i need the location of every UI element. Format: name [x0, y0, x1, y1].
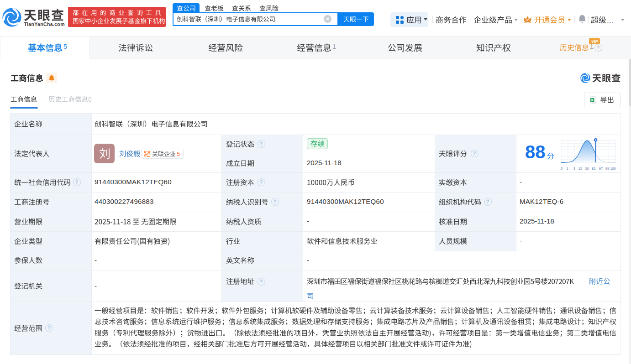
svg-text:99: 99	[605, 166, 609, 171]
svg-text:3: 3	[573, 166, 575, 171]
svg-text:100: 100	[610, 166, 616, 171]
svg-text:85: 85	[592, 166, 595, 171]
svg-text:1: 1	[566, 166, 568, 171]
svg-text:15: 15	[578, 166, 582, 171]
svg-text:0: 0	[561, 166, 563, 171]
svg-text:50: 50	[585, 166, 589, 171]
svg-text:97: 97	[599, 166, 603, 171]
